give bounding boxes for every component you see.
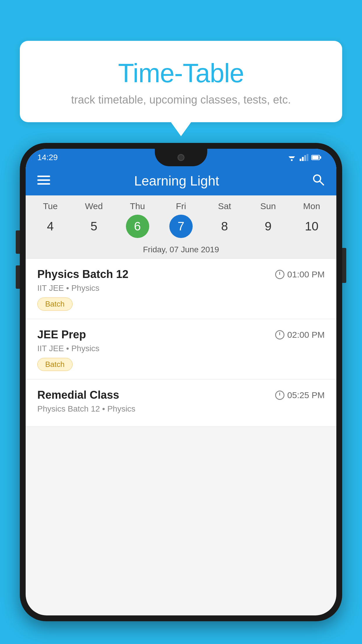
app-bar: Learning Light [26, 166, 336, 195]
schedule-item[interactable]: Remedial Class05:25 PMPhysics Batch 12 •… [26, 379, 336, 427]
day-name: Sun [260, 201, 276, 211]
svg-rect-3 [300, 159, 301, 161]
battery-icon [311, 154, 322, 161]
calendar-day[interactable]: Wed5 [75, 201, 113, 238]
speech-bubble: Time-Table track timetable, upcoming cla… [20, 41, 342, 122]
svg-rect-8 [312, 156, 319, 159]
day-name: Sat [218, 201, 231, 211]
svg-rect-5 [304, 155, 306, 161]
calendar-day[interactable]: Mon10 [293, 201, 331, 238]
calendar-day[interactable]: Sat8 [205, 201, 243, 238]
phone-outer: 14:29 [20, 143, 342, 621]
svg-rect-6 [307, 154, 308, 161]
time-text: 02:00 PM [287, 330, 325, 340]
schedule-item-title: JEE Prep [37, 328, 86, 341]
schedule-item-header: Remedial Class05:25 PM [37, 389, 325, 401]
day-number[interactable]: 7 [169, 215, 193, 238]
schedule-list: Physics Batch 1201:00 PMIIT JEE • Physic… [26, 259, 336, 427]
schedule-item-title: Remedial Class [37, 389, 119, 401]
calendar-day[interactable]: Thu6 [119, 201, 157, 238]
day-name: Mon [303, 201, 320, 211]
day-number[interactable]: 9 [256, 215, 280, 238]
camera [178, 154, 184, 161]
day-number[interactable]: 4 [39, 215, 62, 238]
schedule-item-time: 05:25 PM [275, 390, 325, 400]
bubble-title: Time-Table [34, 58, 328, 88]
svg-rect-9 [320, 156, 321, 159]
day-name: Wed [85, 201, 103, 211]
clock-icon [275, 330, 284, 340]
status-icons [287, 154, 322, 161]
svg-rect-11 [37, 179, 50, 181]
day-number[interactable]: 10 [300, 215, 323, 238]
schedule-item-header: Physics Batch 1201:00 PM [37, 268, 325, 281]
status-time: 14:29 [37, 153, 58, 162]
calendar-day[interactable]: Fri7 [162, 201, 200, 238]
notch [155, 149, 207, 166]
schedule-item-subtitle: Physics Batch 12 • Physics [37, 404, 325, 414]
schedule-item-title: Physics Batch 12 [37, 268, 129, 281]
schedule-item-header: JEE Prep02:00 PM [37, 328, 325, 341]
wifi-icon [287, 154, 297, 161]
power-button [342, 248, 346, 283]
schedule-item[interactable]: Physics Batch 1201:00 PMIIT JEE • Physic… [26, 259, 336, 319]
batch-badge: Batch [37, 298, 73, 311]
clock-icon [275, 270, 284, 279]
svg-rect-4 [302, 157, 304, 161]
calendar-day[interactable]: Sun9 [249, 201, 287, 238]
schedule-item-subtitle: IIT JEE • Physics [37, 284, 325, 293]
svg-rect-12 [37, 183, 50, 185]
schedule-item-time: 02:00 PM [275, 330, 325, 340]
hamburger-menu-icon[interactable] [37, 174, 50, 188]
batch-badge: Batch [37, 358, 73, 371]
app-bar-title: Learning Light [59, 173, 294, 189]
clock-icon [275, 391, 284, 400]
calendar-strip: Tue4Wed5Thu6Fri7Sat8Sun9Mon10 Friday, 07… [26, 195, 336, 259]
day-number[interactable]: 8 [213, 215, 236, 238]
signal-icon [300, 154, 308, 161]
volume-up-button [16, 230, 20, 254]
day-name: Thu [130, 201, 145, 211]
day-number[interactable]: 6 [126, 215, 149, 238]
days-row: Tue4Wed5Thu6Fri7Sat8Sun9Mon10 [26, 201, 336, 238]
svg-rect-10 [37, 176, 50, 177]
bubble-subtitle: track timetable, upcoming classes, tests… [34, 94, 328, 106]
selected-date-label: Friday, 07 June 2019 [26, 241, 336, 259]
day-name: Fri [176, 201, 186, 211]
svg-point-2 [291, 159, 293, 161]
calendar-day[interactable]: Tue4 [31, 201, 69, 238]
speech-bubble-container: Time-Table track timetable, upcoming cla… [20, 41, 342, 122]
day-number[interactable]: 5 [82, 215, 106, 238]
volume-down-button [16, 265, 20, 289]
phone-wrapper: 14:29 [20, 143, 342, 644]
schedule-item-time: 01:00 PM [275, 270, 325, 279]
schedule-item-subtitle: IIT JEE • Physics [37, 344, 325, 353]
time-text: 05:25 PM [287, 390, 325, 400]
schedule-item[interactable]: JEE Prep02:00 PMIIT JEE • PhysicsBatch [26, 319, 336, 379]
search-button[interactable] [312, 173, 325, 189]
day-name: Tue [43, 201, 58, 211]
phone-screen: 14:29 [26, 149, 336, 615]
svg-line-14 [320, 181, 324, 185]
time-text: 01:00 PM [287, 270, 325, 279]
